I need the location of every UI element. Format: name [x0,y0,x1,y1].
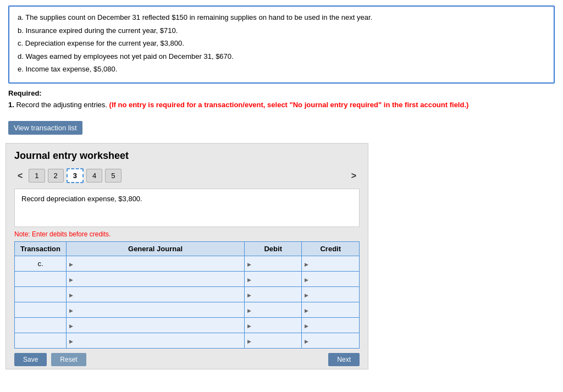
row2-transaction [15,272,67,287]
header-transaction: Transaction [15,242,67,256]
item-e-letter: e. [18,65,24,73]
journal-table: Transaction General Journal Debit Credit… [14,241,360,349]
item-e: e. Income tax expense, $5,080. [18,64,545,75]
top-info-box: a. The supplies count on December 31 ref… [8,5,555,84]
row4-credit[interactable] [302,302,360,318]
item-d-letter: d. [18,52,24,60]
note-text: Note: Enter debits before credits. [14,230,360,238]
row5-transaction [15,318,67,333]
row1-credit[interactable] [302,256,360,272]
row6-transaction [15,333,67,349]
item-a-letter: a. [18,13,24,21]
instruction-text: 1. Record the adjusting entries. (If no … [8,100,555,111]
tab-4[interactable]: 4 [86,169,102,183]
row3-debit[interactable] [244,287,302,302]
tab-5[interactable]: 5 [105,169,121,183]
row2-debit[interactable] [244,272,302,287]
row1-transaction: c. [15,256,67,272]
row6-debit[interactable] [244,333,302,349]
item-c-letter: c. [18,39,23,47]
item-b: b. Insurance expired during the current … [18,25,545,36]
required-section: Required: 1. Record the adjusting entrie… [8,89,555,111]
row5-credit[interactable] [302,318,360,333]
row5-debit[interactable] [244,318,302,333]
tab-1[interactable]: 1 [29,169,45,183]
row2-general-journal[interactable] [67,272,245,287]
tab-2[interactable]: 2 [48,169,64,183]
required-label: Required: [8,89,555,97]
item-c-text: Depreciation expense for the current yea… [25,39,184,47]
instruction-red: (If no entry is required for a transacti… [109,101,469,109]
next-button[interactable]: Next [328,353,360,366]
table-row: c. [15,256,360,272]
item-c: c. Depreciation expense for the current … [18,38,545,49]
row5-general-journal[interactable] [67,318,245,333]
row4-general-journal[interactable] [67,302,245,318]
description-box: Record depreciation expense, $3,800. [14,189,360,227]
tab-3[interactable]: 3 [67,168,84,183]
row2-credit[interactable] [302,272,360,287]
next-arrow[interactable]: > [348,170,360,182]
item-a-text: The supplies count on December 31 reflec… [25,13,372,21]
prev-arrow[interactable]: < [14,170,26,182]
instruction-number: 1. [8,101,14,109]
header-credit: Credit [302,242,360,256]
table-row [15,272,360,287]
view-transaction-button[interactable]: View transaction list [8,121,82,135]
row3-general-journal[interactable] [67,287,245,302]
item-d-text: Wages earned by employees not yet paid o… [25,52,233,60]
table-row [15,302,360,318]
row4-debit[interactable] [244,302,302,318]
worksheet-title: Journal entry worksheet [14,150,360,162]
row1-debit[interactable] [244,256,302,272]
table-row [15,318,360,333]
item-a: a. The supplies count on December 31 ref… [18,12,545,23]
item-d: d. Wages earned by employees not yet pai… [18,51,545,62]
worksheet-container: Journal entry worksheet < 1 2 3 4 5 > Re… [5,143,368,369]
table-row [15,287,360,302]
row1-general-journal[interactable] [67,256,245,272]
header-debit: Debit [244,242,302,256]
tab-navigation: < 1 2 3 4 5 > [14,168,360,183]
reset-button[interactable]: Reset [51,353,86,366]
header-general-journal: General Journal [67,242,245,256]
row4-transaction [15,302,67,318]
instruction-normal: Record the adjusting entries. [16,101,109,109]
row6-general-journal[interactable] [67,333,245,349]
save-button[interactable]: Save [14,353,47,366]
item-b-text: Insurance expired during the current yea… [25,26,178,35]
row6-credit[interactable] [302,333,360,349]
item-b-letter: b. [18,26,24,35]
bottom-buttons: Save Reset Next [14,353,360,369]
table-row [15,333,360,349]
description-text: Record depreciation expense, $3,800. [21,195,142,203]
row3-credit[interactable] [302,287,360,302]
row3-transaction [15,287,67,302]
item-e-text: Income tax expense, $5,080. [25,65,117,73]
